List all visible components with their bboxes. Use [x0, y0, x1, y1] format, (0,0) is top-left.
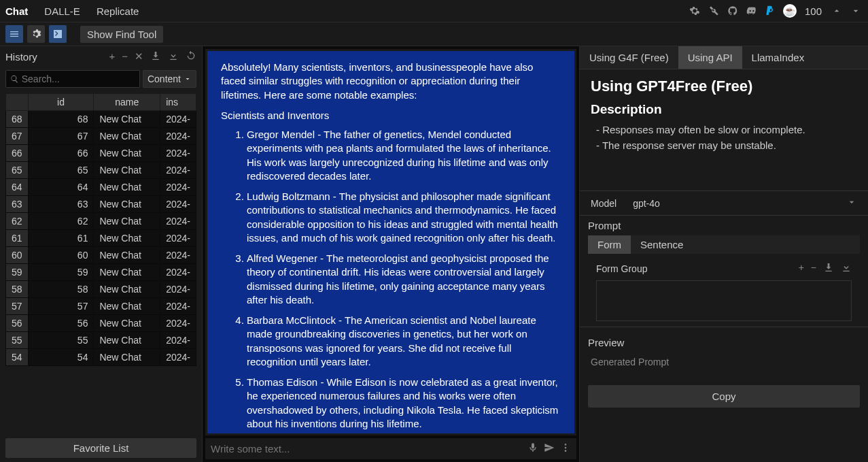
table-row[interactable]: 5454New Chat2024- — [6, 349, 196, 366]
favorite-list-button[interactable]: Favorite List — [5, 438, 196, 458]
form-group-label: Form Group — [596, 263, 647, 274]
right-subheading: Description — [591, 102, 857, 117]
table-row[interactable]: 6262New Chat2024- — [6, 213, 196, 230]
table-row[interactable]: 6464New Chat2024- — [6, 179, 196, 196]
coffee-icon[interactable]: ☕ — [783, 4, 797, 18]
settings-button[interactable] — [27, 25, 45, 43]
tab-llamaindex[interactable]: LlamaIndex — [742, 46, 814, 69]
preview-content: Generated Prompt — [588, 352, 860, 380]
list-item: Barbara McClintock - The American scient… — [247, 314, 561, 369]
table-row[interactable]: 6565New Chat2024- — [6, 162, 196, 179]
copy-button[interactable]: Copy — [588, 385, 860, 408]
desc-line-1: - Responses may often be slow or incompl… — [591, 124, 857, 135]
content-dropdown[interactable]: Content — [143, 70, 196, 88]
gear-icon[interactable] — [688, 4, 701, 18]
minus-icon[interactable]: − — [811, 262, 816, 275]
tools-icon[interactable] — [707, 4, 721, 18]
add-icon[interactable]: + — [799, 262, 804, 275]
chat-message: Absolutely! Many scientists, inventors, … — [205, 49, 576, 435]
prompt-tab-form[interactable]: Form — [588, 235, 631, 254]
chevron-down-icon — [846, 197, 857, 210]
list-item: Thomas Edison - While Edison is now cele… — [247, 376, 561, 431]
table-row[interactable]: 6161New Chat2024- — [6, 230, 196, 247]
history-title: History — [5, 51, 37, 63]
right-panel: Using G4F (Free) Using API LlamaIndex Us… — [579, 46, 868, 462]
add-icon[interactable]: + — [109, 50, 115, 63]
show-find-button[interactable]: Show Find Tool — [80, 26, 163, 43]
col-ins[interactable]: ins — [160, 94, 196, 111]
history-table: id name ins 6868New Chat2024-6767New Cha… — [5, 93, 196, 366]
import-icon[interactable] — [823, 262, 834, 275]
table-row[interactable]: 6666New Chat2024- — [6, 145, 196, 162]
table-row[interactable]: 5555New Chat2024- — [6, 332, 196, 349]
table-row[interactable]: 5757New Chat2024- — [6, 298, 196, 315]
chevron-down-icon[interactable] — [849, 4, 863, 18]
tab-replicate[interactable]: Replicate — [97, 5, 139, 17]
topbar-tabs: Chat DALL-E Replicate — [5, 5, 139, 17]
tab-g4f[interactable]: Using G4F (Free) — [580, 46, 678, 69]
tab-api[interactable]: Using API — [678, 46, 742, 69]
send-icon[interactable] — [544, 442, 555, 455]
menu-button[interactable] — [5, 25, 23, 43]
table-row[interactable]: 6363New Chat2024- — [6, 196, 196, 213]
topbar-right: ☕ 100 — [688, 4, 863, 18]
table-row[interactable]: 5656New Chat2024- — [6, 315, 196, 332]
chevron-down-icon — [184, 75, 192, 83]
topbar: Chat DALL-E Replicate ☕ 100 — [0, 0, 868, 22]
table-row[interactable]: 5858New Chat2024- — [6, 281, 196, 298]
col-id[interactable]: id — [28, 94, 94, 111]
table-row[interactable]: 6767New Chat2024- — [6, 128, 196, 145]
tab-dalle[interactable]: DALL-E — [44, 5, 80, 17]
table-row[interactable]: 6868New Chat2024- — [6, 111, 196, 128]
main-layout: History + − ✕ Content — [0, 46, 868, 462]
prompt-label: Prompt — [580, 216, 868, 235]
right-tabs: Using G4F (Free) Using API LlamaIndex — [580, 46, 868, 69]
refresh-icon[interactable] — [186, 50, 196, 63]
import-icon[interactable] — [150, 50, 161, 63]
right-heading: Using GPT4Free (Free) — [591, 78, 857, 95]
table-row[interactable]: 5959New Chat2024- — [6, 264, 196, 281]
table-row[interactable]: 6060New Chat2024- — [6, 247, 196, 264]
tab-chat[interactable]: Chat — [5, 5, 28, 17]
download-icon[interactable] — [168, 50, 179, 63]
history-panel: History + − ✕ Content — [0, 46, 203, 462]
discord-icon[interactable] — [745, 4, 759, 18]
prompt-tab-sentence[interactable]: Sentence — [631, 235, 693, 254]
github-icon[interactable] — [726, 4, 740, 18]
terminal-button[interactable] — [49, 25, 67, 43]
chevron-up-icon[interactable] — [830, 4, 844, 18]
search-icon — [10, 74, 19, 84]
desc-line-2: - The response server may be unstable. — [591, 139, 857, 151]
close-icon[interactable]: ✕ — [135, 50, 143, 63]
more-icon[interactable] — [560, 442, 571, 455]
minus-icon[interactable]: − — [122, 50, 128, 63]
chat-input-bar — [205, 438, 576, 459]
download-icon[interactable] — [841, 262, 852, 275]
form-group-content[interactable] — [596, 280, 852, 321]
col-name[interactable]: name — [94, 94, 160, 111]
toolbar: Show Find Tool — [0, 22, 868, 46]
list-item: Gregor Mendel - The father of genetics, … — [247, 128, 561, 183]
search-input[interactable] — [22, 73, 135, 84]
chat-input[interactable] — [211, 443, 522, 455]
counter: 100 — [805, 5, 822, 17]
list-item: Ludwig Boltzmann - The physicist and phi… — [247, 190, 561, 245]
chat-panel: Absolutely! Many scientists, inventors, … — [203, 46, 579, 462]
preview-label: Preview — [588, 333, 860, 352]
paypal-icon[interactable] — [764, 4, 778, 18]
search-box[interactable] — [5, 70, 140, 88]
model-selector[interactable]: Model gpt-4o — [580, 191, 868, 215]
list-item: Alfred Wegener - The meteorologist and g… — [247, 252, 561, 307]
mic-icon[interactable] — [527, 442, 538, 455]
